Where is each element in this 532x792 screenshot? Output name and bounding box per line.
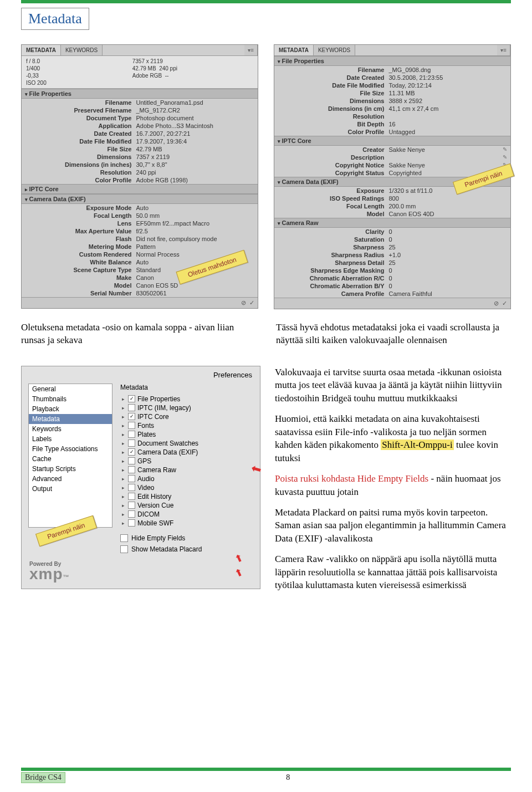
metadata-row: Date File ModifiedToday, 20:12:14 <box>274 81 510 89</box>
shortcut-highlight: Shift-Alt-Omppu-i <box>381 440 454 450</box>
metadata-row: Dimensions (in inches)30,7" x 8,8" <box>22 161 258 168</box>
prefs-category-item[interactable]: Labels <box>29 434 112 444</box>
prefs-category-item[interactable]: File Type Associations <box>29 444 112 454</box>
metadata-row: Clarity0 <box>274 228 510 236</box>
tab-metadata[interactable]: METADATA <box>274 45 314 55</box>
metadata-row: Document TypePhotoshop document <box>22 114 258 122</box>
metadata-row: Sharpness Radius+1.0 <box>274 251 510 259</box>
metadata-row: Resolution240 ppi <box>22 168 258 176</box>
metadata-row: Bit Depth16 <box>274 120 510 128</box>
prefs-category-item[interactable]: Output <box>29 484 112 494</box>
lower-section: Preferences GeneralThumbnailsPlaybackMet… <box>21 366 511 600</box>
metadata-option[interactable]: ▸Plates <box>120 430 253 439</box>
section-iptc-core[interactable]: IPTC Core <box>274 136 510 146</box>
prefs-category-item[interactable]: Metadata <box>29 414 112 424</box>
section-camera-data[interactable]: Camera Data (EXIF) <box>22 194 258 204</box>
exif-list: Exposure1/320 s at f/11.0ISO Speed Ratin… <box>274 187 510 218</box>
page-number: 8 <box>65 773 511 782</box>
prefs-category-item[interactable]: Startup Scripts <box>29 464 112 474</box>
tab-metadata[interactable]: METADATA <box>22 45 61 55</box>
metadata-row: Copyright NoticeSakke Nenye✎ <box>274 161 510 169</box>
prefs-category-item[interactable]: Advanced <box>29 474 112 484</box>
metadata-option[interactable]: ▸Fonts <box>120 421 253 430</box>
xmp-logo: Powered By xmp™ <box>29 561 260 581</box>
metadata-row: LensEF50mm f/2...mpact Macro <box>22 219 258 227</box>
metadata-option[interactable]: ▸DICOM <box>120 510 253 519</box>
metadata-row: Date File Modified17.9.2007, 19:36:4 <box>22 137 258 145</box>
metadata-panel-better: METADATA KEYWORDS ▾≡ File Properties Fil… <box>274 44 511 309</box>
prefs-category-item[interactable]: Keywords <box>29 424 112 434</box>
metadata-row: FilenameUntitled_Panorama1.psd <box>22 99 258 106</box>
camera-summary: f / 8.0 7357 x 2119 1/400 42.79 MB 240 p… <box>22 56 258 89</box>
paragraph: Metadata Plackard on paitsi ruma myös ko… <box>275 506 511 545</box>
metadata-row: Camera ProfileCamera Faithful <box>274 290 510 298</box>
metadata-option[interactable]: ▸IPTC (IIM, legacy) <box>120 403 253 412</box>
prefs-category-item[interactable]: General <box>29 384 112 394</box>
exif-list: Exposure ModeAutoFocal Length50.0 mmLens… <box>22 204 258 297</box>
metadata-option[interactable]: ▸Version Cue <box>120 501 253 510</box>
metadata-row: Dimensions3888 x 2592 <box>274 97 510 105</box>
footer-label: Bridge CS4 <box>21 772 65 783</box>
metadata-option[interactable]: ▸✓File Properties <box>120 395 253 403</box>
caption-left: Oletuksena metadata -osio on kamala sopp… <box>21 321 256 347</box>
prefs-category-item[interactable]: Playback <box>29 404 112 414</box>
body-text: Valokuvaaja ei tarvitse suurta osaa meta… <box>275 366 511 600</box>
section-camera-raw[interactable]: Camera Raw <box>274 218 510 228</box>
aperture: f / 8.0 <box>26 58 122 64</box>
apply-icon[interactable]: ✓ <box>502 300 507 307</box>
iptc-list: CreatorSakke Nenye✎Description✎Copyright… <box>274 146 510 177</box>
metadata-row: MakeCanon <box>22 274 258 282</box>
section-file-properties[interactable]: File Properties <box>274 56 510 66</box>
panel-menu-icon[interactable]: ▾≡ <box>244 45 258 55</box>
cancel-icon[interactable]: ⊘ <box>494 300 499 307</box>
metadata-option[interactable]: ▸GPS <box>120 457 253 466</box>
apply-icon[interactable]: ✓ <box>249 299 254 306</box>
tab-keywords[interactable]: KEYWORDS <box>314 45 355 55</box>
metadata-option[interactable]: ▸Camera Raw <box>120 466 253 474</box>
panel-tabs: METADATA KEYWORDS ▾≡ <box>22 45 258 56</box>
prefs-category-item[interactable]: Thumbnails <box>29 394 112 404</box>
caption-right: Tässä hyvä ehdotus metadataksi joka ei v… <box>276 321 511 347</box>
file-properties-list: FilenameUntitled_Panorama1.psdPreserved … <box>22 99 258 184</box>
metadata-row: ModelCanon EOS 40D <box>274 210 510 218</box>
shutter: 1/400 <box>26 65 122 71</box>
metadata-option[interactable]: ▸✓Camera Data (EXIF) <box>120 448 253 457</box>
metadata-option[interactable]: ▸Video <box>120 483 253 492</box>
metadata-option[interactable]: ▸✓IPTC Core <box>120 412 253 421</box>
prefs-category-item[interactable]: Cache <box>29 454 112 464</box>
metadata-row: Description✎ <box>274 154 510 161</box>
metadata-row: Preserved Filename_MG_9172.CR2 <box>22 106 258 114</box>
ev: -0,33 <box>26 73 122 79</box>
panel-menu-icon[interactable]: ▾≡ <box>497 45 510 55</box>
metadata-row: Chromatic Aberration R/C0 <box>274 274 510 282</box>
top-rule <box>21 0 511 3</box>
metadata-row: Focal Length200.0 mm <box>274 202 510 210</box>
metadata-row: Color ProfileUntagged <box>274 128 510 136</box>
captions: Oletuksena metadata -osio on kamala sopp… <box>21 315 511 347</box>
cancel-icon[interactable]: ⊘ <box>241 299 246 306</box>
metadata-row: Color ProfileAdobe RGB (1998) <box>22 176 258 184</box>
panels-row: METADATA KEYWORDS ▾≡ f / 8.0 7357 x 2119… <box>21 44 511 309</box>
section-iptc-core[interactable]: IPTC Core <box>22 184 258 194</box>
metadata-option[interactable]: ▸Audio <box>120 474 253 483</box>
metadata-row: Dimensions7357 x 2119 <box>22 153 258 161</box>
prefs-categories[interactable]: GeneralThumbnailsPlaybackMetadataKeyword… <box>28 384 112 528</box>
tab-keywords[interactable]: KEYWORDS <box>61 45 103 55</box>
metadata-row: ISO Speed Ratings800 <box>274 195 510 202</box>
metadata-row: Date Created30.5.2008, 21:23:55 <box>274 74 510 81</box>
hide-empty-checkbox[interactable]: Hide Empty Fields <box>120 534 260 542</box>
metadata-label: Metadata <box>120 384 253 391</box>
iso: ISO 200 <box>26 80 122 86</box>
page-footer: Bridge CS4 8 <box>21 768 511 783</box>
page-title: Metadata <box>21 8 89 30</box>
metadata-row: Sharpness Detail25 <box>274 259 510 267</box>
metadata-option[interactable]: ▸Document Swatches <box>120 439 253 448</box>
paragraph: Huomioi, että kaikki metadata on aina ku… <box>275 412 511 464</box>
metadata-option[interactable]: ▸Mobile SWF <box>120 519 253 528</box>
section-file-properties[interactable]: File Properties <box>22 89 258 99</box>
metadata-option[interactable]: ▸Edit History <box>120 492 253 501</box>
file-properties-list: Filename_MG_0908.dngDate Created30.5.200… <box>274 66 510 136</box>
metadata-panel-default: METADATA KEYWORDS ▾≡ f / 8.0 7357 x 2119… <box>21 44 258 309</box>
metadata-row: Dimensions (in cm)41,1 cm x 27,4 cm <box>274 105 510 113</box>
paragraph: Camera Raw -valikko on näppärä apu isoll… <box>275 553 511 591</box>
